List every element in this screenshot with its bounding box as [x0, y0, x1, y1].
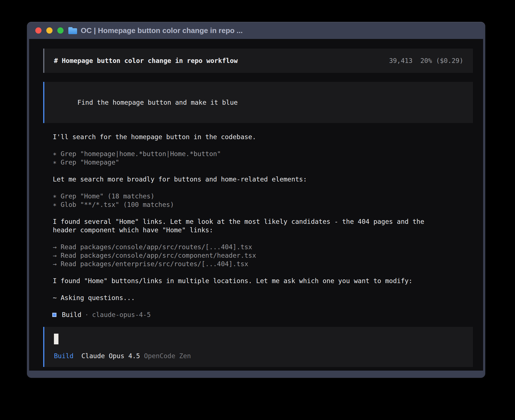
session-header: # Homepage button color change in repo w… — [43, 49, 473, 73]
text-cursor — [54, 334, 58, 344]
transcript-line — [53, 141, 473, 150]
session-title: # Homepage button color change in repo w… — [54, 56, 238, 65]
zoom-button[interactable] — [57, 27, 64, 34]
transcript-line — [53, 167, 473, 175]
transcript-line: → Read packages/console/app/src/routes/[… — [53, 243, 473, 251]
user-message-text: Find the homepage button and make it blu… — [77, 99, 238, 106]
terminal-window: OC | Homepage button color change in rep… — [27, 22, 485, 378]
agent-status-row: Build · claude-opus-4-5 — [52, 310, 473, 319]
agent-build-icon — [52, 313, 56, 317]
transcript-line: I found "Home" buttons/links in multiple… — [53, 277, 473, 285]
agent-name: Build — [62, 310, 81, 319]
transcript-line: I'll search for the homepage button in t… — [53, 133, 473, 141]
transcript-line — [53, 209, 473, 217]
transcript-line: header component which have "Home" links… — [53, 226, 473, 234]
transcript-line: ∗ Grep "homepage|home.*button|Home.*butt… — [53, 150, 473, 158]
terminal-content[interactable]: # Homepage button color change in repo w… — [29, 39, 483, 371]
transcript-line — [53, 268, 473, 277]
transcript-line — [53, 183, 473, 192]
transcript-line: → Read packages/enterprise/src/routes/[.… — [53, 260, 473, 268]
transcript-line — [53, 234, 473, 243]
transcript-line: Let me search more broadly for buttons a… — [53, 175, 473, 183]
prompt-input[interactable]: Build Claude Opus 4.5 OpenCode Zen — [43, 327, 473, 367]
assistant-transcript: I'll search for the homepage button in t… — [53, 133, 473, 302]
input-mode-label: Build — [54, 352, 73, 360]
transcript-line: I found several "Home" links. Let me loo… — [53, 217, 473, 226]
session-stats: 39,413 20% ($0.29) — [389, 56, 463, 65]
transcript-line: ∗ Glob "**/*.tsx" (100 matches) — [53, 200, 473, 209]
user-message: Find the homepage button and make it blu… — [43, 82, 473, 123]
minimize-button[interactable] — [46, 27, 53, 34]
input-model-label: Claude Opus 4.5 — [81, 352, 140, 360]
agent-model: claude-opus-4-5 — [92, 310, 151, 319]
transcript-line — [53, 285, 473, 294]
folder-icon — [68, 27, 77, 34]
transcript-line: ∗ Grep "Homepage" — [53, 158, 473, 167]
window-title: OC | Homepage button color change in rep… — [81, 26, 243, 35]
close-button[interactable] — [35, 27, 42, 34]
transcript-line: ~ Asking questions... — [53, 294, 473, 302]
transcript-line: ∗ Grep "Home" (18 matches) — [53, 192, 473, 200]
agent-separator: · — [85, 310, 89, 319]
transcript-line: → Read packages/console/app/src/componen… — [53, 251, 473, 260]
titlebar: OC | Homepage button color change in rep… — [29, 22, 483, 39]
input-provider-label: OpenCode Zen — [144, 352, 191, 360]
traffic-lights — [35, 27, 64, 34]
input-footer: Build Claude Opus 4.5 OpenCode Zen — [54, 352, 463, 360]
